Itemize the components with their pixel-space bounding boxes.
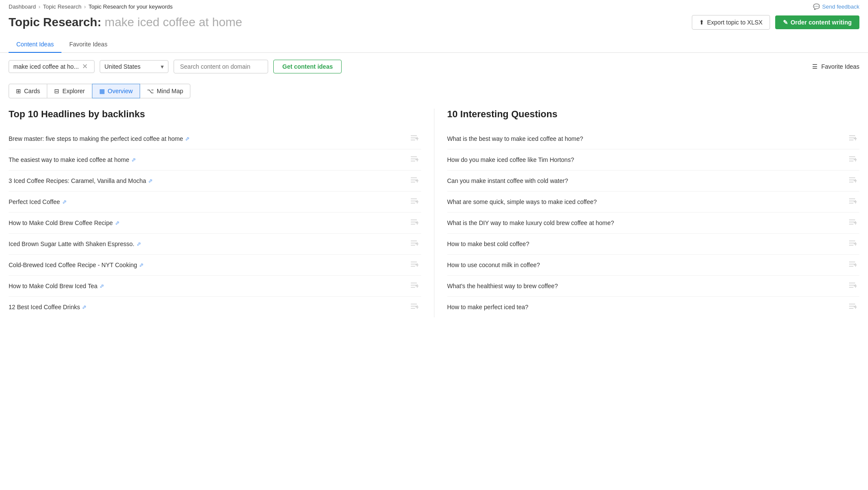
external-link-icon: ⬀ xyxy=(131,157,136,163)
favorite-ideas-button[interactable]: ☰ Favorite Ideas xyxy=(812,63,859,70)
add-question-to-favorites-button[interactable] xyxy=(847,155,859,164)
add-to-favorites-button[interactable] xyxy=(408,302,421,312)
question-text: How do you make iced coffee like Tim Hor… xyxy=(447,156,574,163)
add-to-favorites-button[interactable] xyxy=(408,134,421,143)
list-item: How do you make iced coffee like Tim Hor… xyxy=(447,149,860,170)
get-content-ideas-button[interactable]: Get content ideas xyxy=(273,60,342,73)
add-question-to-favorites-button[interactable] xyxy=(847,281,859,291)
headline-link[interactable]: Brew master: five steps to making the pe… xyxy=(9,135,189,142)
toolbar: make iced coffee at ho... ✕ United State… xyxy=(0,53,868,80)
view-tab-mindmap[interactable]: ⌥ Mind Map xyxy=(140,84,190,98)
add-to-favorites-button[interactable] xyxy=(408,281,421,291)
table-row: Cold-Brewed Iced Coffee Recipe - NYT Coo… xyxy=(9,255,421,276)
export-button[interactable]: ⬆ Export topic to XLSX xyxy=(692,15,770,30)
page-title-prefix: Topic Research: xyxy=(9,15,101,29)
chevron-down-icon: ▾ xyxy=(161,63,164,70)
list-item: What is the best way to make iced coffee… xyxy=(447,128,860,149)
headline-link[interactable]: How to Make Cold Brew Coffee Recipe ⬀ xyxy=(9,219,119,226)
table-row: How to Make Cold Brew Coffee Recipe ⬀ xyxy=(9,213,421,234)
table-row: 12 Best Iced Coffee Drinks ⬀ xyxy=(9,297,421,317)
question-text: How to make best cold coffee? xyxy=(447,240,529,247)
question-text: How to use coconut milk in coffee? xyxy=(447,262,540,268)
breadcrumb-sep-1: › xyxy=(39,3,40,10)
page-title: Topic Research: make iced coffee at home xyxy=(9,15,242,29)
headline-link[interactable]: Cold-Brewed Iced Coffee Recipe - NYT Coo… xyxy=(9,262,144,268)
add-question-to-favorites-button[interactable] xyxy=(847,239,859,249)
question-text: What's the healthiest way to brew coffee… xyxy=(447,283,558,289)
list-item: What is the DIY way to make luxury cold … xyxy=(447,213,860,234)
main-tabs-bar: Content Ideas Favorite Ideas xyxy=(0,37,868,53)
explorer-icon: ⊟ xyxy=(54,88,59,94)
send-feedback-label: Send feedback xyxy=(822,3,859,10)
list-item: What's the healthiest way to brew coffee… xyxy=(447,276,860,297)
question-text: What is the DIY way to make luxury cold … xyxy=(447,219,614,226)
breadcrumb-dashboard[interactable]: Dashboard xyxy=(9,3,36,10)
keyword-input-wrapper: make iced coffee at ho... ✕ xyxy=(9,60,95,73)
headline-link[interactable]: The easiest way to make iced coffee at h… xyxy=(9,156,136,163)
add-question-to-favorites-button[interactable] xyxy=(847,197,859,207)
external-link-icon: ⬀ xyxy=(137,241,141,247)
list-item: How to use coconut milk in coffee? xyxy=(447,255,860,276)
order-content-button[interactable]: ✎ Order content writing xyxy=(775,15,859,29)
question-text: What is the best way to make iced coffee… xyxy=(447,135,583,142)
external-link-icon: ⬀ xyxy=(185,136,189,142)
feedback-bubble-icon: 💬 xyxy=(813,3,820,10)
view-tab-explorer[interactable]: ⊟ Explorer xyxy=(47,84,92,98)
cards-icon: ⊞ xyxy=(16,88,21,94)
external-link-icon: ⬀ xyxy=(62,199,67,205)
external-link-icon: ⬀ xyxy=(115,220,119,226)
view-tab-cards[interactable]: ⊞ Cards xyxy=(9,84,47,98)
add-question-to-favorites-button[interactable] xyxy=(847,302,859,312)
headline-link[interactable]: Iced Brown Sugar Latte with Shaken Espre… xyxy=(9,240,141,247)
headlines-list: Brew master: five steps to making the pe… xyxy=(9,128,421,317)
headline-link[interactable]: 12 Best Iced Coffee Drinks ⬀ xyxy=(9,304,86,310)
header-actions: ⬆ Export topic to XLSX ✎ Order content w… xyxy=(692,15,859,30)
clear-keyword-button[interactable]: ✕ xyxy=(82,63,88,70)
external-link-icon: ⬀ xyxy=(100,283,104,289)
table-row: Brew master: five steps to making the pe… xyxy=(9,128,421,149)
table-row: Perfect Iced Coffee ⬀ xyxy=(9,192,421,213)
add-question-to-favorites-button[interactable] xyxy=(847,176,859,186)
table-row: Iced Brown Sugar Latte with Shaken Espre… xyxy=(9,234,421,255)
question-text: Can you make instant coffee with cold wa… xyxy=(447,177,568,184)
page-title-keyword: make iced coffee at home xyxy=(101,15,242,29)
headline-link[interactable]: 3 Iced Coffee Recipes: Caramel, Vanilla … xyxy=(9,177,153,184)
add-question-to-favorites-button[interactable] xyxy=(847,218,859,228)
add-question-to-favorites-button[interactable] xyxy=(847,134,859,143)
add-to-favorites-button[interactable] xyxy=(408,218,421,228)
keyword-value: make iced coffee at ho... xyxy=(13,63,79,70)
header-row: Topic Research: make iced coffee at home… xyxy=(0,12,868,37)
overview-label: Overview xyxy=(108,88,133,94)
view-tab-overview[interactable]: ▦ Overview xyxy=(92,84,140,98)
list-item: What are some quick, simple ways to make… xyxy=(447,192,860,213)
question-text: What are some quick, simple ways to make… xyxy=(447,198,597,205)
country-select[interactable]: United States ▾ xyxy=(100,60,168,73)
add-to-favorites-button[interactable] xyxy=(408,176,421,186)
domain-search-input[interactable] xyxy=(174,60,268,73)
order-label: Order content writing xyxy=(791,19,852,26)
table-row: The easiest way to make iced coffee at h… xyxy=(9,149,421,170)
tab-content-ideas[interactable]: Content Ideas xyxy=(9,37,61,53)
question-text: How to make perfect iced tea? xyxy=(447,304,529,310)
breadcrumb-topic-research[interactable]: Topic Research xyxy=(43,3,82,10)
export-label: Export topic to XLSX xyxy=(707,19,762,26)
add-to-favorites-button[interactable] xyxy=(408,155,421,164)
headline-link[interactable]: Perfect Iced Coffee ⬀ xyxy=(9,198,67,205)
add-to-favorites-button[interactable] xyxy=(408,260,421,270)
list-item: Can you make instant coffee with cold wa… xyxy=(447,170,860,192)
export-icon: ⬆ xyxy=(699,19,704,26)
favorite-ideas-label: Favorite Ideas xyxy=(821,63,859,70)
tab-favorite-ideas[interactable]: Favorite Ideas xyxy=(61,37,115,53)
country-label: United States xyxy=(104,63,141,70)
headline-link[interactable]: How to Make Cold Brew Iced Tea ⬀ xyxy=(9,283,104,289)
headlines-section-title: Top 10 Headlines by backlinks xyxy=(9,109,421,120)
cards-label: Cards xyxy=(24,88,40,94)
add-to-favorites-button[interactable] xyxy=(408,197,421,207)
add-to-favorites-button[interactable] xyxy=(408,239,421,249)
top-bar: Dashboard › Topic Research › Topic Resea… xyxy=(0,0,868,12)
add-question-to-favorites-button[interactable] xyxy=(847,260,859,270)
right-panel: 10 Interesting Questions What is the bes… xyxy=(434,109,860,317)
questions-section-title: 10 Interesting Questions xyxy=(447,109,860,120)
external-link-icon: ⬀ xyxy=(148,178,153,184)
send-feedback-link[interactable]: 💬 Send feedback xyxy=(813,3,859,10)
